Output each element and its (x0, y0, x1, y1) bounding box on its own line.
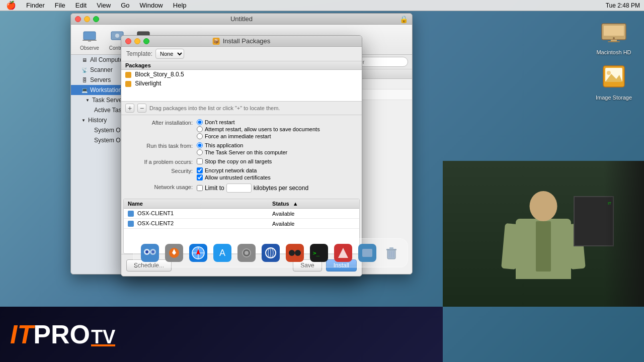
pkg-icon-2 (125, 81, 131, 87)
run-from-row: Run this task from: This application The… (121, 142, 362, 156)
menu-window[interactable]: Window (138, 2, 165, 9)
radio-dont-restart[interactable]: Don't restart (197, 119, 362, 125)
comp-col-name[interactable]: Name (124, 199, 268, 209)
radio-attempt-restart[interactable]: Attempt restart, allow users to save doc… (197, 126, 362, 132)
brand-pro: PRO (33, 319, 90, 349)
network-limit-input[interactable] (226, 184, 252, 193)
dock-appstore[interactable]: A (211, 242, 233, 264)
comp-row[interactable]: OSX-CLIENT1 Available (124, 209, 359, 219)
package-row[interactable]: Block_Story_8.0.5 (121, 70, 362, 79)
pkg-name-2: Silverlight (121, 79, 362, 88)
after-install-row: After installation: Don't restart Attemp… (121, 119, 362, 140)
svg-rect-3 (608, 41, 620, 42)
radio-this-app-input[interactable] (197, 142, 203, 148)
template-label: Template: (126, 50, 152, 57)
image-storage-label: Image Storage (596, 95, 632, 101)
dock-migration[interactable] (356, 242, 378, 264)
sysoverview1-icon (85, 127, 92, 134)
image-storage-icon (598, 60, 630, 93)
comp-name-1: OSX-CLIENT1 (124, 209, 268, 219)
radio-dont-restart-input[interactable] (197, 119, 203, 125)
network-suffix: kilobytes per second (254, 185, 308, 192)
svg-rect-48 (362, 249, 372, 257)
menubar-time: Tue 2:48 PM (606, 2, 640, 9)
svg-rect-15 (141, 244, 159, 262)
desktop-icon-macintosh-hd[interactable]: Macintosh HD (594, 15, 634, 55)
security-label: Security: (121, 167, 197, 174)
radio-attempt-restart-input[interactable] (197, 126, 203, 132)
menu-go[interactable]: Go (119, 2, 131, 9)
menu-view[interactable]: View (95, 2, 113, 9)
svg-rect-1 (604, 26, 624, 36)
dock-terminal[interactable]: >_ (308, 242, 330, 264)
check-encrypt[interactable]: Encrypt network data (197, 167, 362, 173)
apple-menu[interactable]: 🍎 (4, 1, 18, 10)
after-install-label: After installation: (121, 119, 197, 126)
packages-table: Packages Block_Story_8.0.5 Silverlight (121, 61, 362, 88)
svg-point-7 (607, 71, 611, 75)
run-from-label: Run this task from: (121, 142, 197, 149)
close-button[interactable] (75, 16, 81, 22)
template-select[interactable]: None (155, 49, 184, 59)
sidebar-label-workstations: Workstations (90, 86, 125, 94)
svg-text:>_: >_ (313, 250, 320, 256)
run-from-options: This application The Task Server on this… (197, 142, 362, 156)
network-limit-label: Limit to (205, 185, 224, 192)
security-options: Encrypt network data Allow untrusted cer… (197, 167, 362, 182)
radio-force-restart[interactable]: Force an immediate restart (197, 133, 362, 139)
check-encrypt-input[interactable] (197, 167, 203, 173)
radio-this-app-label: This application (205, 142, 243, 148)
dock-trash[interactable] (380, 242, 403, 264)
check-untrusted-input[interactable] (197, 174, 203, 180)
problem-row: If a problem occurs: Stop the copy on al… (121, 158, 362, 165)
radio-task-server-input[interactable] (197, 149, 203, 155)
svg-point-4 (613, 37, 615, 39)
dock-finder[interactable] (139, 242, 161, 264)
dock-safari[interactable] (187, 242, 209, 264)
problem-options: Stop the copy on all targets (197, 158, 362, 165)
brand-tv-wrap: TV (91, 327, 116, 346)
radio-this-app[interactable]: This application (197, 142, 362, 148)
comp-col-status[interactable]: Status ▲ (268, 199, 359, 209)
brand-bar: IT PRO TV (0, 307, 443, 362)
menu-finder[interactable]: Finder (24, 2, 47, 9)
dock-launchpad[interactable] (163, 242, 185, 264)
check-network-limit[interactable] (197, 185, 203, 191)
check-stop-copy-input[interactable] (197, 158, 203, 164)
dock-system-prefs[interactable] (235, 242, 258, 264)
after-install-options: Don't restart Attempt restart, allow use… (197, 119, 362, 140)
person-silhouette: IT (493, 186, 594, 307)
maximize-button[interactable] (93, 16, 99, 22)
packages-area: Packages Block_Story_8.0.5 Silverlight (121, 61, 362, 102)
dialog-close-button[interactable] (125, 38, 131, 44)
comp-row[interactable]: OSX-CLIENT2 Available (124, 219, 359, 229)
svg-point-13 (115, 34, 119, 38)
comp-icon-1 (128, 211, 134, 217)
video-panel: IT (443, 161, 644, 307)
radio-dont-restart-label: Don't restart (205, 119, 235, 125)
add-pkg-button[interactable]: + (125, 104, 134, 113)
minimize-button[interactable] (84, 16, 90, 22)
dialog-min-button[interactable] (134, 38, 140, 44)
radio-task-server[interactable]: The Task Server on this computer (197, 149, 362, 155)
dock-unknown[interactable] (332, 242, 354, 264)
dock-network[interactable] (260, 242, 282, 264)
menu-file[interactable]: File (53, 2, 67, 9)
menu-help[interactable]: Help (171, 2, 189, 9)
check-allow-untrusted[interactable]: Allow untrusted certificates (197, 174, 362, 180)
package-row[interactable]: Silverlight (121, 79, 362, 88)
remove-pkg-button[interactable]: − (137, 104, 146, 113)
brand-tv: TV (91, 327, 116, 346)
menu-edit[interactable]: Edit (73, 2, 89, 9)
network-label: Network usage: (121, 184, 197, 190)
desktop-icon-image-storage[interactable]: Image Storage (594, 60, 634, 101)
check-stop-copy[interactable]: Stop the copy on all targets (197, 158, 362, 164)
radio-force-restart-input[interactable] (197, 133, 203, 139)
expand-icon-history: ▼ (81, 118, 86, 123)
brand-it: IT (10, 319, 33, 349)
toolbar-observe[interactable]: Observe (76, 26, 103, 53)
options-area: After installation: Don't restart Attemp… (121, 115, 362, 199)
dock-sunglasses[interactable] (284, 242, 306, 264)
comp-icon-2 (128, 221, 134, 227)
dialog-max-button[interactable] (143, 38, 149, 44)
